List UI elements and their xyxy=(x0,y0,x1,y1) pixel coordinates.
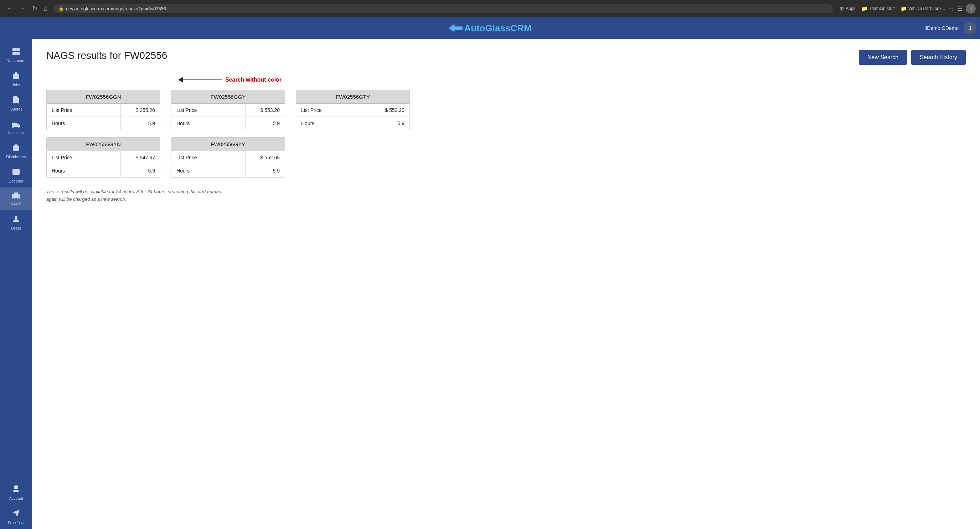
card-row-hours-5: Hours 5.9 xyxy=(172,164,285,177)
sidebar-label-quotes: Quotes xyxy=(10,107,22,111)
forward-button[interactable]: → xyxy=(17,4,28,13)
bookmark-vehicle-label: Vehicle Part Look... xyxy=(908,6,945,11)
sidebar-label-free-trial: Free Trial xyxy=(8,521,24,525)
dashboard-icon xyxy=(12,47,20,57)
user-avatar-chrome[interactable]: J xyxy=(966,3,976,14)
list-price-label-1: List Price xyxy=(47,104,121,116)
address-bar[interactable]: 🔒 dev.autoglasscrm.com/nags/results?pn=f… xyxy=(54,4,833,13)
svg-rect-15 xyxy=(18,170,19,171)
hours-value-1: 5.9 xyxy=(121,117,160,130)
list-price-value-4: $ 547.67 xyxy=(121,151,160,164)
sidebar-label-installers: Installers xyxy=(8,131,24,135)
free-trial-icon xyxy=(12,509,20,519)
result-card-4: FW02556GYN List Price $ 547.67 Hours 5.9 xyxy=(46,137,161,177)
svg-rect-6 xyxy=(13,74,19,79)
card-header-4: FW02556GYN xyxy=(47,138,160,151)
sidebar: Dashboard Jobs Quotes Installers xyxy=(0,39,32,529)
svg-rect-10 xyxy=(15,148,17,151)
sidebar-item-quotes[interactable]: Quotes xyxy=(0,91,32,115)
sidebar-item-free-trial[interactable]: Free Trial xyxy=(0,505,32,529)
hours-value-5: 5.9 xyxy=(245,164,285,177)
logo-part2: CRM xyxy=(510,23,531,33)
bookmarks-bar: ⊞ Apps 📁 Triathlon stuff 📁 Vehicle Part … xyxy=(840,6,945,11)
result-card-1: FW02556GGN List Price $ 255.20 Hours 5.9 xyxy=(46,90,161,130)
home-button[interactable]: ⌂ xyxy=(42,4,50,13)
svg-point-26 xyxy=(18,198,19,199)
extensions-button[interactable]: ☰ xyxy=(957,5,962,12)
installers-icon xyxy=(11,120,21,129)
sidebar-label-distributors: Distributors xyxy=(6,155,26,159)
results-grid: FW02556GGN List Price $ 255.20 Hours 5.9… xyxy=(46,90,966,177)
card-header-3: FW02556GTY xyxy=(296,90,409,104)
decoder-icon xyxy=(12,167,20,177)
star-button[interactable]: ☆ xyxy=(949,5,954,12)
nags-icon xyxy=(11,192,21,200)
card-row-hours-3: Hours 5.9 xyxy=(296,117,409,130)
content-area: NAGS results for FW02556 New Search Sear… xyxy=(32,39,980,529)
top-nav: AutoGlassCRM JDemo CDemo J xyxy=(0,17,980,39)
hours-label-3: Hours xyxy=(296,117,370,130)
card-row-hours-4: Hours 5.9 xyxy=(47,164,160,177)
hours-label-5: Hours xyxy=(172,164,245,177)
content-header: NAGS results for FW02556 New Search Sear… xyxy=(46,50,966,65)
sidebar-item-distributors[interactable]: Distributors xyxy=(0,139,32,163)
logo-part1: AutoGlass xyxy=(464,23,510,33)
user-avatar-nav[interactable]: J xyxy=(964,22,977,35)
apps-grid-icon: ⊞ xyxy=(840,6,844,11)
result-card-3: FW02556GTY List Price $ 553.20 Hours 5.9 xyxy=(296,90,410,130)
card-row-hours-2: Hours 5.9 xyxy=(172,117,285,130)
card-row-hours-1: Hours 5.9 xyxy=(47,117,160,130)
bookmark-vehicle[interactable]: 📁 Vehicle Part Look... xyxy=(900,6,945,11)
svg-rect-14 xyxy=(16,170,17,171)
bookmark-apps[interactable]: ⊞ Apps xyxy=(840,6,855,11)
list-price-value-5: $ 552.65 xyxy=(245,151,285,164)
card-header-2: FW02556GGY xyxy=(172,90,285,104)
result-card-5: FW02556GYY List Price $ 552.65 Hours 5.9 xyxy=(171,137,285,177)
browser-actions: ☆ ☰ J xyxy=(949,3,976,14)
hours-label-1: Hours xyxy=(47,117,121,130)
svg-rect-18 xyxy=(16,172,17,172)
folder-icon-vehicle: 📁 xyxy=(900,6,907,11)
sidebar-item-dashboard[interactable]: Dashboard xyxy=(0,43,32,67)
card-row-price-3: List Price $ 553.20 xyxy=(296,104,409,117)
card-row-price-2: List Price $ 553.20 xyxy=(172,104,285,117)
card-header-5: FW02556GYY xyxy=(172,138,285,151)
url-text: dev.autoglasscrm.com/nags/results?pn=fw0… xyxy=(66,6,166,11)
search-annotation: Search without color xyxy=(178,76,282,83)
sidebar-item-decoder[interactable]: Decoder xyxy=(0,163,32,188)
search-history-button[interactable]: Search History xyxy=(911,50,966,65)
page-title: NAGS results for FW02556 xyxy=(46,50,167,61)
hours-value-3: 5.9 xyxy=(370,117,409,130)
arrow-head-icon xyxy=(178,77,183,83)
new-search-button[interactable]: New Search xyxy=(859,50,907,65)
account-icon xyxy=(12,485,20,495)
sidebar-item-account[interactable]: Account xyxy=(0,481,32,505)
result-card-2: FW02556GGY List Price $ 553.20 Hours 5.9 xyxy=(171,90,285,130)
header-buttons: New Search Search History xyxy=(859,50,966,65)
back-button[interactable]: ← xyxy=(4,4,15,13)
reload-button[interactable]: ↻ xyxy=(30,4,40,13)
app-wrapper: AutoGlassCRM JDemo CDemo J Dashboard Job… xyxy=(0,17,980,529)
svg-rect-19 xyxy=(18,172,19,172)
browser-nav-buttons: ← → ↻ ⌂ xyxy=(4,4,50,13)
logo-text: AutoGlassCRM xyxy=(464,23,531,34)
svg-point-27 xyxy=(14,216,18,219)
sidebar-item-jobs[interactable]: Jobs xyxy=(0,67,32,91)
jobs-icon xyxy=(12,71,20,81)
list-price-label-4: List Price xyxy=(47,151,121,164)
sidebar-item-installers[interactable]: Installers xyxy=(0,115,32,139)
users-icon xyxy=(12,215,20,225)
card-header-1: FW02556GGN xyxy=(47,90,160,104)
sidebar-item-nags[interactable]: NAGS xyxy=(0,188,32,210)
card-row-price-1: List Price $ 255.20 xyxy=(47,104,160,117)
hours-value-4: 5.9 xyxy=(121,164,160,177)
sidebar-label-dashboard: Dashboard xyxy=(6,59,25,63)
card-row-price-4: List Price $ 547.67 xyxy=(47,151,160,164)
hours-label-4: Hours xyxy=(47,164,121,177)
svg-rect-16 xyxy=(14,172,14,172)
bookmark-triathlon[interactable]: 📁 Triathlon stuff xyxy=(861,6,895,11)
bookmark-triathlon-label: Triathlon stuff xyxy=(869,6,895,11)
sidebar-item-users[interactable]: Users xyxy=(0,210,32,234)
quotes-icon xyxy=(12,96,20,105)
logo-arrow-icon xyxy=(448,23,463,33)
